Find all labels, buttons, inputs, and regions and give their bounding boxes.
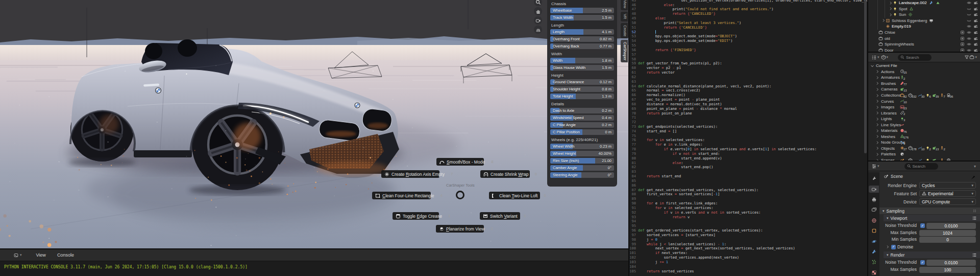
outliner-blend-file[interactable]: ▾▾Search▾Current FileActions15Armatures2…	[868, 53, 980, 160]
slider-wheel-width[interactable]: Wheel Width0.23 m	[550, 144, 614, 149]
outliner-row-old[interactable]: old	[868, 35, 980, 41]
pie-menu-center[interactable]	[456, 191, 464, 199]
eyeclosed-icon[interactable]	[967, 12, 971, 17]
expand-chevron-icon[interactable]	[889, 1, 893, 5]
display-mode-icon[interactable]	[881, 55, 886, 60]
slider-length[interactable]: Length4.1 m	[550, 29, 614, 35]
pie-button-create-rotation-axis-empty[interactable]: Create Rotation Axis Empty7	[381, 170, 439, 178]
eyeclosed-icon[interactable]	[967, 18, 971, 23]
pie-button-toggle-edge-crease[interactable]: Toggle Edge Crease1	[393, 212, 439, 220]
outliner-row-armatures[interactable]: Armatures2	[868, 75, 980, 81]
outliner-row-curves[interactable]: Curves10	[868, 98, 980, 104]
outliner-row-cameras[interactable]: Cameras13	[868, 86, 980, 93]
exclude-icon[interactable]	[960, 48, 965, 52]
tab-vr[interactable]: VR	[621, 12, 628, 21]
tab-view[interactable]: View	[621, 0, 628, 10]
grid-gizmo-icon[interactable]	[534, 26, 542, 34]
outliner-row-spinningwheels[interactable]: SpinningWheels	[868, 41, 980, 48]
eye-icon[interactable]	[967, 42, 971, 47]
outliner-row-current-file[interactable]: Current File	[868, 63, 980, 69]
pie-button-clean-two-line-loft[interactable]: Clean Two-Line Loft6	[489, 192, 540, 199]
outliner-row-door[interactable]: Door	[868, 47, 980, 52]
device-dropdown[interactable]: GPU Compute▾	[919, 198, 976, 205]
exclude-icon[interactable]	[960, 30, 965, 35]
viewport-min-samples-field[interactable]: 0	[919, 237, 976, 243]
outliner-row-brushes[interactable]: Brushes77	[868, 81, 980, 87]
editor-scrollbar[interactable]	[864, 0, 867, 153]
menu-view[interactable]: View	[36, 252, 46, 258]
denoise-checkbox[interactable]: ✓	[891, 245, 896, 249]
expand-chevron-icon[interactable]	[875, 111, 879, 115]
eye-icon[interactable]	[967, 36, 971, 41]
render-max-samples-field[interactable]: 100	[919, 267, 976, 273]
console-editor-icon[interactable]	[12, 252, 19, 258]
feature-set-dropdown[interactable]: Experimental▾	[919, 190, 976, 197]
collection-filter-icon[interactable]	[969, 55, 974, 60]
expand-chevron-icon[interactable]	[875, 76, 879, 80]
expand-chevron-icon[interactable]	[875, 152, 879, 156]
python-console[interactable]: ▾ View Console PYTHON INTERACTIVE CONSOL…	[0, 249, 628, 276]
expand-chevron-icon[interactable]	[875, 105, 879, 109]
outliner-row-landscape-002[interactable]: Landscape.002	[868, 0, 980, 6]
camera-icon[interactable]	[973, 7, 978, 11]
outliner-row-meshes[interactable]: Meshes176	[868, 134, 980, 140]
slider-steering-angle[interactable]: Steering Angle0°	[550, 172, 614, 178]
properties-tab-tool[interactable]	[870, 175, 878, 182]
camera-icon[interactable]	[973, 1, 978, 5]
pin-icon[interactable]	[971, 175, 976, 180]
exclude-icon[interactable]	[960, 36, 965, 41]
expand-chevron-icon[interactable]	[875, 70, 879, 74]
slider-glass-house-width[interactable]: Glass House Width1.5 m	[550, 65, 614, 71]
pie-button-switch-variant[interactable]: Switch Variant3	[480, 212, 520, 220]
eye-icon[interactable]	[967, 1, 971, 5]
slider-width[interactable]: Width1.8 m	[550, 58, 614, 63]
viewport-noise-threshold-field[interactable]: 0.0100	[926, 223, 976, 229]
properties-tab-photos[interactable]	[870, 206, 878, 213]
camera-icon[interactable]	[973, 48, 978, 52]
text-editor[interactable]: 45 set_position_of_vertex(ordered_vertic…	[629, 0, 867, 276]
outliner-row-images[interactable]: Images23	[868, 104, 980, 110]
outliner-row-palettes[interactable]: Palettes	[868, 151, 980, 157]
viewport-sampling-section-header[interactable]: ▾Viewport	[884, 215, 980, 221]
expand-chevron-icon[interactable]	[875, 134, 879, 139]
zoom-gizmo-icon[interactable]	[534, 0, 542, 6]
slider-windshield-speed[interactable]: Windshield Speed0.4 m	[550, 115, 614, 121]
expand-chevron-icon[interactable]	[875, 146, 879, 150]
outliner-editor-type-icon[interactable]	[871, 55, 877, 60]
slider-total-height[interactable]: Total Height1.3 m	[550, 94, 614, 99]
pie-button-planarize-from-view[interactable]: Planarize from View2	[436, 225, 484, 233]
slider-c-pillar-angle[interactable]: C Pillar Angle0.2 m	[550, 122, 614, 128]
camera-icon[interactable]	[973, 30, 978, 35]
outliner-row-empty-019[interactable]: Empty.019	[868, 24, 980, 30]
pie-button-create-shrink-wrap[interactable]: Create Shrink Wrap9	[480, 170, 530, 178]
expand-chevron-icon[interactable]	[875, 129, 879, 133]
slider-overhang-front[interactable]: Overhang Front0.82 m	[550, 36, 614, 42]
collapse-chevron-icon[interactable]	[870, 64, 874, 68]
outliner-scene[interactable]: Landscape.002SpotSunSchloss EggenbergEmp…	[868, 0, 980, 52]
outliner-row-objects[interactable]: Objects27178102132	[868, 146, 980, 152]
render-noise-threshold-field[interactable]: 0.0100	[926, 260, 976, 266]
exclude-icon[interactable]	[960, 42, 965, 47]
render-sampling-section-header[interactable]: ▾Render	[884, 251, 980, 258]
outliner-row-chloe[interactable]: Chloe	[868, 30, 980, 36]
eye-icon[interactable]	[967, 30, 971, 35]
slider-track-width[interactable]: Track Width1.5 m	[550, 15, 614, 20]
3d-viewport[interactable]: ChassisWheelbase2.5 mTrack Width1.5 mLen…	[0, 0, 628, 249]
expand-chevron-icon[interactable]	[875, 117, 879, 121]
slider-shoulder-height[interactable]: Shoulder Height0.8 m	[550, 86, 614, 92]
outliner-row-actions[interactable]: Actions15	[868, 69, 980, 75]
outliner-row-node-groups[interactable]: Node Groups3	[868, 140, 980, 146]
pie-button-clean-four-line-rectangle[interactable]: Clean Four-Line Rectangle4	[372, 192, 431, 199]
properties-tab-wrench[interactable]	[870, 248, 878, 255]
slider-ground-clearance[interactable]: Ground Clearance0.12 m	[550, 79, 614, 85]
properties-editor-type-icon[interactable]	[871, 164, 877, 169]
chevron-down-icon[interactable]: ▾	[20, 253, 22, 257]
slider-wheelbase[interactable]: Wheelbase2.5 m	[550, 8, 614, 13]
chevron-down-icon[interactable]: ▾	[887, 55, 889, 59]
outliner-row-collections[interactable]: Collections8253230639736	[868, 93, 980, 99]
eye-icon[interactable]	[967, 48, 971, 52]
expand-chevron-icon[interactable]	[889, 7, 893, 11]
slider-rim-size-inch-[interactable]: Rim Size (Inch)21.00	[550, 158, 614, 164]
chevron-down-icon[interactable]: ▾	[975, 55, 977, 59]
tab-create[interactable]: Create	[621, 23, 628, 39]
